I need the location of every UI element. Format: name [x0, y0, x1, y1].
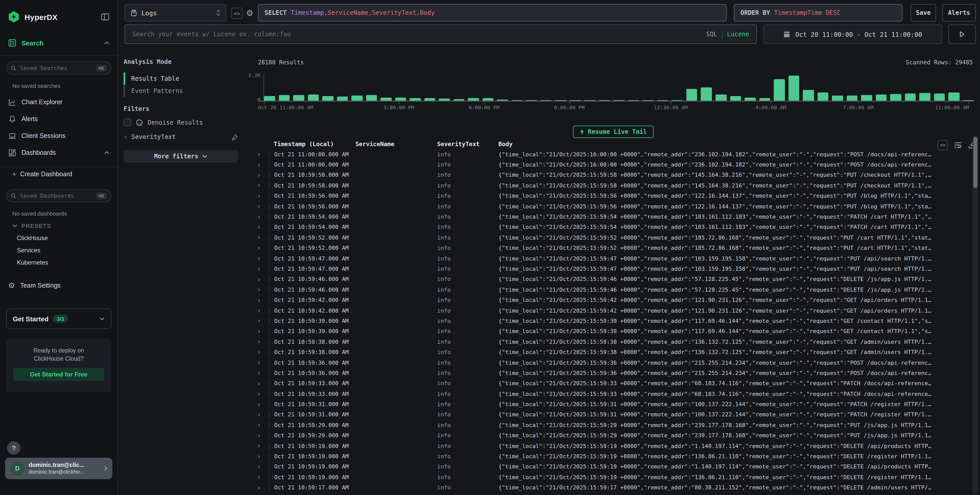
- table-row[interactable]: › Oct 21 10:59:54.000 AM info {"time_loc…: [243, 222, 970, 232]
- row-expand-chevron[interactable]: ›: [257, 149, 269, 159]
- row-expand-chevron[interactable]: ›: [257, 441, 269, 451]
- row-expand-chevron[interactable]: ›: [257, 191, 269, 201]
- table-scrollbar-track[interactable]: [972, 135, 978, 495]
- row-expand-chevron[interactable]: ›: [257, 201, 269, 212]
- table-row[interactable]: › Oct 21 10:59:39.000 AM info {"time_loc…: [243, 316, 970, 326]
- row-expand-chevron[interactable]: ›: [257, 233, 269, 243]
- row-expand-chevron[interactable]: ›: [257, 337, 269, 347]
- row-expand-chevron[interactable]: ›: [257, 420, 269, 430]
- row-expand-chevron[interactable]: ›: [257, 170, 269, 180]
- get-started-toggle[interactable]: Get Started 3/3: [6, 309, 111, 329]
- code-editor-icon[interactable]: <>: [231, 8, 243, 19]
- row-expand-chevron[interactable]: ›: [257, 160, 269, 170]
- resume-live-tail-button[interactable]: Resume Live Tail: [573, 126, 654, 138]
- row-expand-chevron[interactable]: ›: [257, 295, 269, 305]
- source-select[interactable]: Logs: [125, 4, 226, 21]
- table-row[interactable]: › Oct 21 10:59:17.000 AM info {"time_loc…: [243, 482, 970, 493]
- table-row[interactable]: › Oct 21 10:59:52.000 AM info {"time_loc…: [243, 243, 970, 253]
- table-row[interactable]: › Oct 21 10:59:31.000 AM info {"time_loc…: [243, 399, 970, 410]
- table-row[interactable]: › Oct 21 10:59:19.000 AM info {"time_loc…: [243, 451, 970, 462]
- saved-dashboards-input[interactable]: Saved Dashboards ⌘K: [6, 189, 111, 202]
- table-row[interactable]: › Oct 21 10:59:46.000 AM info {"time_loc…: [243, 285, 970, 295]
- row-expand-chevron[interactable]: ›: [257, 451, 269, 462]
- table-row[interactable]: › Oct 21 10:59:47.000 AM info {"time_loc…: [243, 253, 970, 264]
- time-range-picker[interactable]: Oct 20 11:00:00 - Oct 21 11:00:00: [764, 24, 942, 44]
- preset-services[interactable]: Services: [17, 247, 40, 254]
- event-search-input[interactable]: Search your events w/ Lucene ex. column:…: [125, 24, 757, 44]
- user-menu[interactable]: D dominic.tran@clic... dominic.tran@clic…: [5, 458, 112, 479]
- table-row[interactable]: › Oct 21 10:59:58.000 AM info {"time_loc…: [243, 170, 970, 181]
- sidebar-item-client-sessions[interactable]: Client Sessions: [8, 132, 109, 140]
- histogram-bars[interactable]: [264, 75, 974, 100]
- run-query-button[interactable]: [948, 24, 976, 44]
- sidebar-item-team-settings[interactable]: ⚙ Team Settings: [8, 282, 109, 290]
- row-expand-chevron[interactable]: ›: [257, 399, 269, 409]
- pin-icon[interactable]: [231, 134, 238, 140]
- mode-event-patterns[interactable]: Event Patterns: [124, 85, 236, 97]
- table-row[interactable]: › Oct 21 10:59:42.000 AM info {"time_loc…: [243, 295, 970, 306]
- order-by-input[interactable]: ORDER BY TimestampTime DESC: [734, 4, 902, 21]
- sidebar-item-chart-explorer[interactable]: Chart Explorer: [8, 98, 109, 106]
- column-timestamp[interactable]: Timestamp (Local): [269, 140, 351, 148]
- table-row[interactable]: › Oct 21 10:59:19.000 AM info {"time_loc…: [243, 462, 970, 472]
- row-expand-chevron[interactable]: ›: [257, 316, 269, 326]
- table-row[interactable]: › Oct 21 10:59:38.000 AM info {"time_loc…: [243, 347, 970, 358]
- sidebar-item-alerts[interactable]: Alerts: [8, 115, 109, 123]
- row-expand-chevron[interactable]: ›: [257, 264, 269, 274]
- column-body[interactable]: Body: [494, 140, 970, 148]
- preset-clickhouse[interactable]: ClickHouse: [17, 234, 48, 242]
- mode-results-table[interactable]: Results Table: [124, 73, 236, 85]
- row-expand-chevron[interactable]: ›: [257, 472, 269, 482]
- table-row[interactable]: › Oct 21 10:59:56.000 AM info {"time_loc…: [243, 201, 970, 212]
- save-button[interactable]: Save: [910, 4, 936, 21]
- row-expand-chevron[interactable]: ›: [257, 274, 269, 285]
- row-expand-chevron[interactable]: ›: [257, 368, 269, 378]
- language-toggle-sql[interactable]: SQL: [706, 31, 717, 38]
- table-row[interactable]: › Oct 21 10:59:33.000 AM info {"time_loc…: [243, 378, 970, 389]
- table-row[interactable]: › Oct 21 10:59:52.000 AM info {"time_loc…: [243, 232, 970, 243]
- denoise-checkbox[interactable]: [124, 118, 131, 126]
- table-row[interactable]: › Oct 21 10:59:31.000 AM info {"time_loc…: [243, 410, 970, 420]
- table-row[interactable]: › Oct 21 10:59:19.000 AM info {"time_loc…: [243, 441, 970, 451]
- row-expand-chevron[interactable]: ›: [257, 253, 269, 264]
- create-dashboard-button[interactable]: + Create Dashboard: [12, 170, 109, 178]
- row-expand-chevron[interactable]: ›: [257, 462, 269, 472]
- row-expand-chevron[interactable]: ›: [257, 181, 269, 191]
- table-row[interactable]: › Oct 21 10:59:33.000 AM info {"time_loc…: [243, 389, 970, 399]
- source-settings-gear-icon[interactable]: ⚙: [245, 7, 255, 18]
- table-row[interactable]: › Oct 21 10:59:19.000 AM info {"time_loc…: [243, 472, 970, 482]
- sidebar-item-search[interactable]: Search: [8, 39, 109, 47]
- saved-searches-input[interactable]: Saved Searches ⌘K: [6, 61, 111, 75]
- select-clause-input[interactable]: SELECT Timestamp,ServiceName,SeverityTex…: [258, 4, 727, 21]
- row-expand-chevron[interactable]: ›: [257, 222, 269, 232]
- table-row[interactable]: › Oct 21 10:59:17.000 AM info {"time_loc…: [243, 493, 970, 495]
- row-expand-chevron[interactable]: ›: [257, 212, 269, 222]
- filter-group-severitytext[interactable]: › SeverityText: [124, 133, 238, 140]
- row-expand-chevron[interactable]: ›: [257, 379, 269, 389]
- alerts-button[interactable]: Alerts: [942, 4, 976, 21]
- table-row[interactable]: › Oct 21 10:59:36.000 AM info {"time_loc…: [243, 358, 970, 368]
- table-row[interactable]: › Oct 21 10:59:38.000 AM info {"time_loc…: [243, 337, 970, 347]
- table-row[interactable]: › Oct 21 10:59:29.000 AM info {"time_loc…: [243, 430, 970, 441]
- table-row[interactable]: › Oct 21 10:59:29.000 AM info {"time_loc…: [243, 420, 970, 430]
- more-filters-button[interactable]: More filters: [124, 150, 238, 162]
- table-row[interactable]: › Oct 21 10:59:47.000 AM info {"time_loc…: [243, 264, 970, 274]
- row-expand-chevron[interactable]: ›: [257, 493, 269, 495]
- row-expand-chevron[interactable]: ›: [257, 285, 269, 295]
- row-expand-chevron[interactable]: ›: [257, 358, 269, 368]
- table-scrollbar-thumb[interactable]: [974, 137, 977, 188]
- sidebar-collapse-icon[interactable]: [101, 13, 109, 21]
- table-row[interactable]: › Oct 21 10:59:36.000 AM info {"time_loc…: [243, 368, 970, 378]
- sidebar-item-dashboards[interactable]: Dashboards: [8, 149, 109, 157]
- presets-toggle[interactable]: PRESETS: [12, 223, 51, 229]
- language-toggle-lucene[interactable]: Lucene: [727, 31, 749, 38]
- table-row[interactable]: › Oct 21 10:59:54.000 AM info {"time_loc…: [243, 212, 970, 222]
- table-row[interactable]: › Oct 21 10:59:56.000 AM info {"time_loc…: [243, 191, 970, 201]
- row-expand-chevron[interactable]: ›: [257, 306, 269, 316]
- view-source-icon[interactable]: <>: [938, 140, 948, 150]
- row-expand-chevron[interactable]: ›: [257, 347, 269, 357]
- table-row[interactable]: › Oct 21 11:00:00.000 AM info {"time_loc…: [243, 160, 970, 170]
- table-row[interactable]: › Oct 21 10:59:39.000 AM info {"time_loc…: [243, 326, 970, 337]
- table-row[interactable]: › Oct 21 10:59:58.000 AM info {"time_loc…: [243, 180, 970, 191]
- column-servicename[interactable]: ServiceName: [351, 140, 433, 148]
